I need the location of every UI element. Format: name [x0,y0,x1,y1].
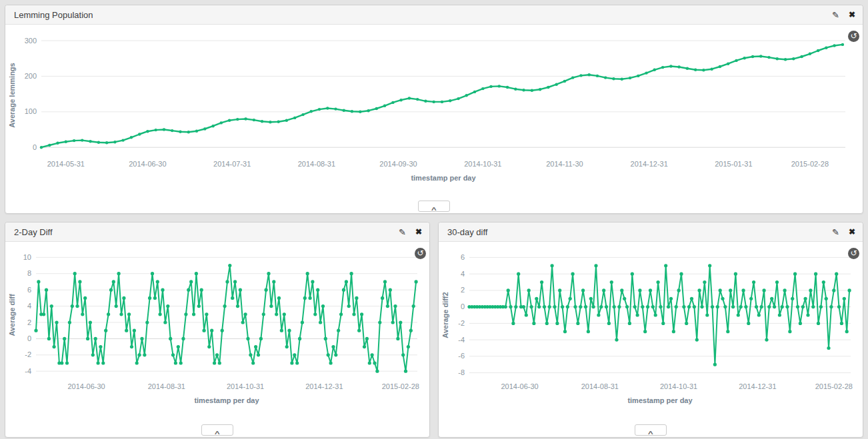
svg-text:100: 100 [25,107,37,115]
panel-actions: ✎ ✖ [832,10,855,20]
edit-icon[interactable]: ✎ [832,10,839,20]
y-axis-title: Average lemmings [8,63,16,127]
svg-text:2014-06-30: 2014-06-30 [67,382,105,390]
edit-icon[interactable]: ✎ [399,227,406,237]
svg-text:-4: -4 [25,367,31,375]
chevron-up-icon: ∧ [430,205,437,213]
svg-text:-8: -8 [458,368,465,376]
svg-text:10: 10 [23,253,31,261]
svg-text:2014-10-31: 2014-10-31 [660,382,697,390]
chart-svg-lemming-population: 01002003002014-05-312014-06-302014-07-31… [5,25,863,195]
svg-text:2015-02-28: 2015-02-28 [815,382,853,390]
svg-text:-6: -6 [458,352,465,360]
dashboard: Lemming Population ✎ ✖ 01002003002014-05… [0,0,868,439]
svg-text:-4: -4 [458,336,465,344]
svg-text:2014-07-31: 2014-07-31 [213,160,251,168]
y-axis-title: Average diff [8,294,16,336]
chart-lemming-population[interactable]: 01002003002014-05-312014-06-302014-07-31… [5,25,863,195]
y-axis-title: Average diff2 [441,292,449,338]
svg-text:200: 200 [25,72,37,80]
chart-svg-30-day-diff: -8-6-4-202462014-06-302014-08-312014-10-… [439,242,863,416]
panel-30-day-diff: 30-day diff ✎ ✖ -8-6-4-202462014-06-3020… [438,222,863,438]
svg-text:2015-02-28: 2015-02-28 [382,382,419,390]
bottom-row: 2-Day Diff ✎ ✖ -4-202468102014-06-302014… [5,222,863,438]
panel-title: 2-Day Diff [14,227,53,237]
svg-text:2014-12-31: 2014-12-31 [631,160,668,168]
chart-30-day-diff[interactable]: -8-6-4-202462014-06-302014-08-312014-10-… [439,242,863,416]
svg-text:-2: -2 [25,350,31,358]
reset-time-icon[interactable]: ↺ [848,248,859,259]
panel-lemming-population: Lemming Population ✎ ✖ 01002003002014-05… [5,5,863,214]
plot-brush-area[interactable] [36,252,417,378]
svg-text:2015-02-28: 2015-02-28 [791,160,829,168]
svg-text:0: 0 [27,334,31,342]
svg-text:2014-08-31: 2014-08-31 [298,160,335,168]
reset-time-icon[interactable]: ↺ [848,31,859,42]
svg-text:2014-06-30: 2014-06-30 [501,382,538,390]
svg-text:4: 4 [461,270,465,278]
chart-svg-2-day-diff: -4-202468102014-06-302014-08-312014-10-3… [5,242,429,416]
svg-text:2015-01-31: 2015-01-31 [715,160,752,168]
close-icon[interactable]: ✖ [415,227,422,236]
reset-time-icon[interactable]: ↺ [415,248,426,259]
x-axis-title: timestamp per day [194,396,259,404]
svg-text:2014-12-31: 2014-12-31 [305,382,343,390]
panel-header: 30-day diff ✎ ✖ [439,222,863,242]
collapse-toggle[interactable]: ∧ [635,424,667,436]
svg-text:2: 2 [27,318,31,326]
chevron-up-icon: ∧ [647,429,654,437]
svg-text:2014-08-31: 2014-08-31 [148,382,185,390]
svg-text:2014-10-31: 2014-10-31 [464,160,501,168]
svg-text:2014-11-30: 2014-11-30 [546,160,583,168]
svg-text:300: 300 [25,37,37,45]
svg-text:2: 2 [461,286,465,294]
edit-icon[interactable]: ✎ [832,227,839,237]
svg-text:4: 4 [27,302,31,310]
panel-header: Lemming Population ✎ ✖ [5,5,863,25]
svg-text:6: 6 [461,253,465,261]
panel-2-day-diff: 2-Day Diff ✎ ✖ -4-202468102014-06-302014… [5,222,430,438]
svg-text:2014-08-31: 2014-08-31 [581,382,619,390]
svg-text:0: 0 [33,143,37,151]
svg-text:2014-09-30: 2014-09-30 [379,160,417,168]
svg-text:2014-05-31: 2014-05-31 [47,160,85,168]
svg-text:2014-12-31: 2014-12-31 [739,382,776,390]
svg-text:-2: -2 [458,319,465,327]
close-icon[interactable]: ✖ [849,227,855,236]
x-axis-title: timestamp per day [411,174,476,182]
plot-brush-area[interactable] [41,35,845,155]
collapse-toggle[interactable]: ∧ [418,201,450,212]
chart-2-day-diff[interactable]: -4-202468102014-06-302014-08-312014-10-3… [5,242,429,416]
panel-header: 2-Day Diff ✎ ✖ [5,222,429,242]
panel-title: Lemming Population [14,10,93,20]
x-axis-title: timestamp per day [627,396,693,404]
svg-text:6: 6 [27,286,31,294]
collapse-toggle[interactable]: ∧ [201,424,233,436]
svg-text:0: 0 [461,302,465,310]
svg-text:8: 8 [27,269,31,277]
svg-text:2014-10-31: 2014-10-31 [227,382,264,390]
panel-actions: ✎ ✖ [832,227,855,237]
chevron-up-icon: ∧ [213,429,221,437]
close-icon[interactable]: ✖ [849,10,855,19]
panel-actions: ✎ ✖ [399,227,422,237]
panel-title: 30-day diff [447,227,487,237]
svg-text:2014-06-30: 2014-06-30 [129,160,166,168]
